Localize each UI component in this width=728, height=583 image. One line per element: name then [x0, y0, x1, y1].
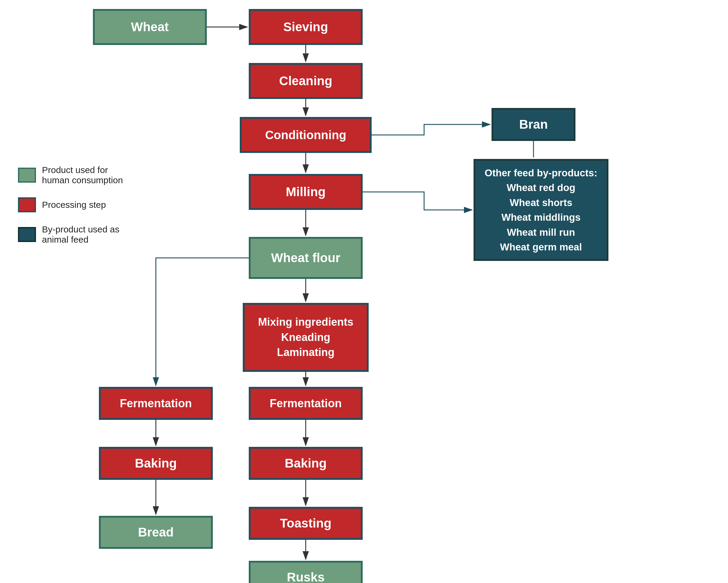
fermentation-left-node: Fermentation — [99, 387, 213, 420]
wheat-flour-node: Wheat flour — [249, 237, 363, 279]
diagram-container: Wheat Sieving Cleaning Conditionning Mil… — [0, 0, 728, 583]
mixing-node: Mixing ingredients Kneading Laminating — [243, 303, 369, 372]
milling-node: Milling — [249, 174, 363, 210]
arrows-svg — [0, 0, 728, 583]
legend-label-teal: By-product used asanimal feed — [42, 224, 119, 245]
legend-item-teal: By-product used asanimal feed — [18, 224, 123, 245]
rusks-node: Rusks — [249, 561, 363, 583]
legend-box-teal — [18, 227, 36, 242]
fermentation-right-node: Fermentation — [249, 387, 363, 420]
baking-right-node: Baking — [249, 447, 363, 480]
legend-box-green — [18, 168, 36, 183]
byproducts-node: Other feed by-products: Wheat red dog Wh… — [473, 159, 608, 261]
legend-box-red — [18, 197, 36, 212]
toasting-node: Toasting — [249, 507, 363, 540]
wheat-node: Wheat — [93, 9, 207, 45]
legend-label-green: Product used forhuman consumption — [42, 165, 123, 185]
legend: Product used forhuman consumption Proces… — [18, 165, 123, 245]
legend-item-red: Processing step — [18, 197, 123, 212]
bran-node: Bran — [492, 108, 575, 141]
sieving-node: Sieving — [249, 9, 363, 45]
cleaning-node: Cleaning — [249, 63, 363, 99]
baking-left-node: Baking — [99, 447, 213, 480]
bread-node: Bread — [99, 516, 213, 549]
legend-label-red: Processing step — [42, 200, 106, 210]
legend-item-green: Product used forhuman consumption — [18, 165, 123, 185]
conditioning-node: Conditionning — [240, 117, 372, 153]
